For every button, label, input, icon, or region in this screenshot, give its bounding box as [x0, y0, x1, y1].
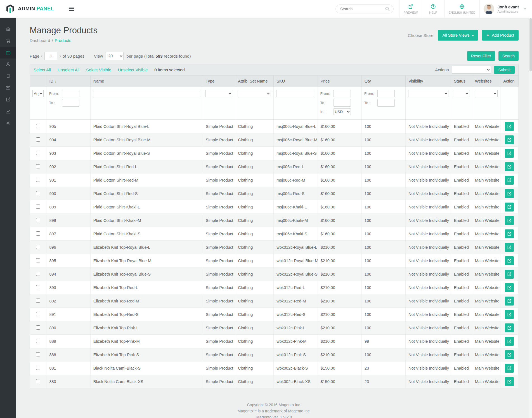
table-row[interactable]: 905 Plaid Cotton Shirt-Royal Blue-L Simp…	[30, 120, 519, 133]
edit-product-button[interactable]	[505, 203, 514, 212]
table-row[interactable]: 903 Plaid Cotton Shirt-Royal Blue-S Simp…	[30, 147, 519, 160]
unselect-all-link[interactable]: Unselect All	[58, 67, 79, 72]
sidebar-item-system[interactable]	[0, 117, 16, 129]
status-filter-select[interactable]	[454, 90, 469, 97]
header-price[interactable]: Price	[318, 76, 361, 87]
table-row[interactable]: 896 Elizabeth Knit Top-Royal Blue-L Simp…	[30, 241, 519, 254]
table-row[interactable]: 904 Plaid Cotton Shirt-Royal Blue-M Simp…	[30, 133, 519, 147]
edit-product-button[interactable]	[505, 337, 514, 346]
search-button[interactable]: Search	[498, 51, 519, 61]
search-icon[interactable]	[385, 6, 390, 12]
table-row[interactable]: 902 Plaid Cotton Shirt-Red-L Simple Prod…	[30, 160, 519, 173]
header-sku[interactable]: SKU	[274, 76, 318, 87]
prev-page-button[interactable]: ‹	[39, 53, 44, 59]
header-attrib-set[interactable]: Attrib. Set Name	[235, 76, 274, 87]
table-row[interactable]: 895 Elizabeth Knit Top-Royal Blue-M Simp…	[30, 254, 519, 267]
sidebar-item-sales[interactable]	[0, 35, 16, 47]
row-checkbox[interactable]	[36, 218, 40, 222]
next-page-button[interactable]: ›	[58, 53, 62, 59]
edit-product-button[interactable]	[505, 229, 514, 238]
sidebar-item-newsletter[interactable]	[0, 82, 16, 94]
select-all-link[interactable]: Select All	[34, 67, 51, 72]
table-row[interactable]: 893 Elizabeth Knit Top-Red-L Simple Prod…	[30, 281, 519, 294]
edit-product-button[interactable]	[505, 270, 514, 279]
row-checkbox[interactable]	[36, 285, 40, 289]
sidebar-item-dashboard[interactable]	[0, 23, 16, 35]
table-row[interactable]: 900 Plaid Cotton Shirt-Red-S Simple Prod…	[30, 187, 519, 200]
edit-product-button[interactable]	[505, 283, 514, 292]
help-button[interactable]: HELP	[422, 0, 444, 18]
edit-product-button[interactable]	[505, 323, 514, 332]
table-row[interactable]: 899 Plaid Cotton Shirt-Khaki-L Simple Pr…	[30, 200, 519, 214]
row-checkbox[interactable]	[36, 205, 40, 209]
per-page-select[interactable]: 20	[106, 52, 124, 60]
id-to-input[interactable]	[62, 99, 79, 107]
edit-product-button[interactable]	[505, 189, 514, 198]
row-checkbox[interactable]	[36, 178, 40, 182]
edit-product-button[interactable]	[505, 350, 514, 359]
table-row[interactable]: 891 Elizabeth Knit Top-Red-S Simple Prod…	[30, 308, 519, 321]
edit-product-button[interactable]	[505, 377, 514, 386]
edit-product-button[interactable]	[505, 243, 514, 252]
row-checkbox[interactable]	[36, 137, 40, 142]
massaction-filter-select[interactable]: Any	[32, 90, 44, 97]
header-qty[interactable]: Qty	[361, 76, 405, 87]
qty-to-input[interactable]	[377, 99, 395, 107]
scrollbar-thumb[interactable]	[529, 18, 532, 71]
table-row[interactable]: 894 Elizabeth Knit Top-Royal Blue-S Simp…	[30, 267, 519, 281]
sidebar-item-reports[interactable]	[0, 105, 16, 117]
table-row[interactable]: 901 Plaid Cotton Shirt-Red-M Simple Prod…	[30, 173, 519, 187]
visibility-filter-select[interactable]	[408, 90, 448, 97]
language-selector[interactable]: ENGLISH (UNITED	[444, 0, 479, 18]
websites-filter-select[interactable]	[475, 90, 498, 97]
table-row[interactable]: 892 Elizabeth Knit Top-Red-M Simple Prod…	[30, 294, 519, 308]
id-from-input[interactable]	[62, 90, 79, 97]
header-status[interactable]: Status	[451, 76, 472, 87]
row-checkbox[interactable]	[36, 164, 40, 168]
edit-product-button[interactable]	[505, 176, 514, 185]
store-views-dropdown[interactable]: All Store Views▾	[438, 30, 478, 41]
edit-product-button[interactable]	[505, 364, 514, 373]
vertical-scrollbar[interactable]	[529, 18, 532, 418]
row-checkbox[interactable]	[36, 379, 40, 383]
table-row[interactable]: 888 Elizabeth Knit Top-Pink-S Simple Pro…	[30, 348, 519, 361]
breadcrumb-dashboard[interactable]: Dashboard	[30, 38, 50, 43]
row-checkbox[interactable]	[36, 312, 40, 316]
sidebar-item-catalog[interactable]	[0, 47, 16, 58]
qty-from-input[interactable]	[377, 90, 395, 97]
row-checkbox[interactable]	[36, 151, 40, 155]
header-websites[interactable]: Websites	[472, 76, 500, 87]
sku-filter-input[interactable]	[276, 90, 315, 97]
page-number-input[interactable]	[44, 52, 57, 60]
add-product-button[interactable]: +Add Product	[482, 30, 519, 41]
table-row[interactable]: 880 Black Nolita Cami-Black-XS Simple Pr…	[30, 375, 519, 388]
reset-filter-button[interactable]: Reset Filter	[467, 51, 495, 61]
unselect-visible-link[interactable]: Unselect Visible	[118, 67, 148, 72]
row-checkbox[interactable]	[36, 231, 40, 236]
table-row[interactable]: 889 Elizabeth Knit Top-Pink-M Simple Pro…	[30, 335, 519, 348]
submit-button[interactable]: Submit	[494, 66, 515, 74]
menu-toggle-button[interactable]	[65, 5, 78, 13]
price-from-input[interactable]	[334, 90, 351, 97]
row-checkbox[interactable]	[36, 245, 40, 249]
header-id[interactable]: ID↓	[46, 76, 90, 87]
row-checkbox[interactable]	[36, 325, 40, 330]
header-name[interactable]: Name	[90, 76, 203, 87]
row-checkbox[interactable]	[36, 258, 40, 262]
header-visibility[interactable]: Visibility	[406, 76, 451, 87]
row-checkbox[interactable]	[36, 191, 40, 195]
row-checkbox[interactable]	[36, 352, 40, 356]
sidebar-item-promotions[interactable]	[0, 70, 16, 82]
preview-button[interactable]: PREVIEW	[399, 0, 422, 18]
table-row[interactable]: 881 Black Nolita Cami-Black-S Simple Pro…	[30, 361, 519, 375]
price-to-input[interactable]	[334, 99, 351, 107]
edit-product-button[interactable]	[505, 162, 514, 171]
edit-product-button[interactable]	[505, 256, 514, 265]
select-visible-link[interactable]: Select Visible	[86, 67, 111, 72]
actions-select[interactable]	[452, 66, 491, 74]
row-checkbox[interactable]	[36, 339, 40, 343]
currency-select[interactable]: USD	[334, 108, 351, 115]
table-row[interactable]: 897 Plaid Cotton Shirt-Khaki-S Simple Pr…	[30, 227, 519, 241]
sidebar-item-customers[interactable]	[0, 58, 16, 70]
header-type[interactable]: Type	[203, 76, 235, 87]
